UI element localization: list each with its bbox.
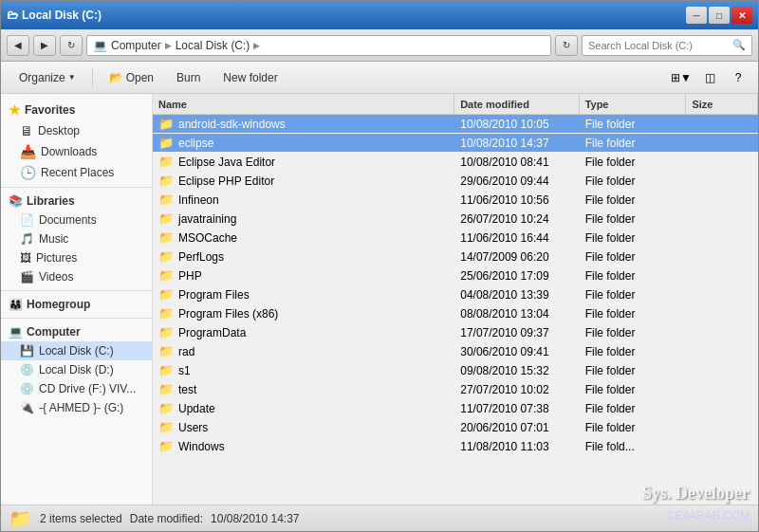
music-icon: 🎵: [20, 232, 34, 246]
search-go-button[interactable]: ↻: [555, 35, 578, 56]
sidebar-item-documents[interactable]: 📄 Documents: [1, 211, 152, 229]
computer-icon: 💻: [93, 39, 107, 52]
file-name: Eclipse PHP Editor: [178, 174, 274, 188]
table-row[interactable]: 📁 PerfLogs 14/07/2009 06:20 File folder: [153, 248, 758, 266]
file-size-cell: [687, 323, 758, 341]
table-row[interactable]: 📁 s1 09/08/2010 15:32 File folder: [153, 361, 758, 380]
file-name: Windows: [178, 440, 225, 453]
folder-icon: 📁: [158, 230, 174, 245]
file-date-cell: 25/06/2010 17:09: [454, 266, 580, 284]
search-input[interactable]: [588, 40, 732, 51]
table-row[interactable]: 📁 Infineon 11/06/2010 10:56 File folder: [153, 191, 758, 210]
file-name-cell: 📁 Infineon: [153, 191, 454, 209]
file-name-cell: 📁 android-sdk-windows: [153, 115, 454, 133]
file-date-cell: 20/06/2010 07:01: [454, 418, 580, 436]
table-row[interactable]: 📁 Update 11/07/2010 07:38 File folder: [153, 399, 758, 418]
table-row[interactable]: 📁 Program Files (x86) 08/08/2010 13:04 F…: [153, 304, 758, 323]
table-row[interactable]: 📁 Program Files 04/08/2010 13:39 File fo…: [153, 285, 758, 304]
sidebar-item-desktop[interactable]: 🖥 Desktop: [1, 120, 152, 141]
file-list: Name Date modified Type Size 📁: [153, 94, 758, 504]
sidebar-item-ahmed[interactable]: 🔌 -{ AHMED }- (G:): [1, 398, 152, 417]
file-size-cell: [687, 229, 758, 247]
table-row[interactable]: 📁 MSOCache 11/06/2010 16:44 File folder: [153, 229, 758, 248]
favorites-section: ★ Favorites 🖥 Desktop 📥 Downloads 🕒 Rece…: [1, 100, 152, 183]
file-name: eclipse: [178, 137, 213, 150]
close-button[interactable]: ✕: [731, 7, 752, 24]
libraries-icon: 📚: [9, 194, 23, 208]
table-row[interactable]: 📁 test 27/07/2010 10:02 File folder: [153, 380, 758, 399]
view-options-button[interactable]: ⊞▼: [669, 67, 694, 88]
column-type[interactable]: Type: [580, 94, 687, 114]
table-row[interactable]: 📁 rad 30/06/2010 09:41 File folder: [153, 342, 758, 361]
refresh-button[interactable]: ↻: [60, 35, 83, 56]
file-name-cell: 📁 Windows: [153, 437, 454, 455]
back-button[interactable]: ◀: [7, 35, 29, 56]
table-row[interactable]: 📁 PHP 25/06/2010 17:09 File folder: [153, 266, 758, 285]
organize-button[interactable]: Organize ▼: [9, 65, 86, 90]
file-size-cell: [687, 115, 758, 133]
path-end-arrow: ▶: [253, 41, 260, 50]
file-type-cell: File folder: [580, 153, 687, 171]
status-folder-icon: 📁: [9, 507, 32, 530]
table-row[interactable]: 📁 Eclipse Java Editor 10/08/2010 08:41 F…: [153, 153, 758, 172]
minimize-button[interactable]: ─: [686, 7, 707, 24]
favorites-icon: ★: [9, 102, 21, 118]
file-type-cell: File folder: [580, 323, 687, 341]
column-date[interactable]: Date modified: [454, 94, 580, 114]
file-size-cell: [687, 437, 758, 455]
file-date-cell: 10/08/2010 10:05: [454, 115, 580, 133]
favorites-header[interactable]: ★ Favorites: [1, 100, 152, 120]
table-row[interactable]: 📁 Windows 11/08/2010 11:03 File fold...: [153, 437, 758, 456]
maximize-button[interactable]: □: [709, 7, 730, 24]
file-type-cell: File fold...: [580, 437, 687, 455]
preview-pane-button[interactable]: ◫: [697, 67, 722, 88]
sidebar-item-recent-places[interactable]: 🕒 Recent Places: [1, 162, 152, 183]
column-name[interactable]: Name: [153, 94, 454, 114]
addressbar: ◀ ▶ ↻ 💻 Computer ▶ Local Disk (C:) ▶ ↻ 🔍: [1, 29, 758, 62]
cd-drive-icon: 💿: [20, 382, 34, 395]
sidebar-item-cd-drive[interactable]: 💿 CD Drive (F:) VIV...: [1, 379, 152, 398]
table-row[interactable]: 📁 android-sdk-windows 10/08/2010 10:05 F…: [153, 115, 758, 134]
computer-header[interactable]: 💻 Computer: [1, 322, 152, 341]
burn-button[interactable]: Burn: [166, 65, 211, 90]
window-controls: ─ □ ✕: [686, 7, 752, 24]
file-name-cell: 📁 Eclipse Java Editor: [153, 153, 454, 171]
file-type-cell: File folder: [580, 248, 687, 266]
file-name: Program Files (x86): [178, 307, 278, 321]
open-button[interactable]: 📂 Open: [99, 65, 164, 90]
file-type-cell: File folder: [580, 229, 687, 247]
file-name: s1: [178, 364, 191, 377]
file-type-cell: File folder: [580, 285, 687, 303]
sidebar-item-local-disk-c[interactable]: 💾 Local Disk (C:): [1, 341, 152, 360]
file-type-cell: File folder: [580, 418, 687, 436]
search-box[interactable]: 🔍: [582, 35, 752, 56]
table-row[interactable]: 📁 ProgramData 17/07/2010 09:37 File fold…: [153, 323, 758, 342]
file-type-cell: File folder: [580, 191, 687, 209]
table-row[interactable]: 📁 Users 20/06/2010 07:01 File folder: [153, 418, 758, 437]
file-date-cell: 26/07/2010 10:24: [454, 210, 580, 228]
sidebar-item-local-disk-d[interactable]: 💿 Local Disk (D:): [1, 360, 152, 379]
file-date-cell: 04/08/2010 13:39: [454, 285, 580, 303]
status-date-label: Date modified:: [130, 512, 203, 525]
file-size-cell: [687, 134, 758, 152]
file-date-cell: 10/08/2010 14:37: [454, 134, 580, 152]
titlebar: 🗁 Local Disk (C:) ─ □ ✕: [1, 1, 758, 29]
sidebar-item-pictures[interactable]: 🖼 Pictures: [1, 248, 152, 267]
libraries-header[interactable]: 📚 Libraries: [1, 192, 152, 211]
folder-icon: 📁: [158, 268, 174, 283]
sidebar-item-videos[interactable]: 🎬 Videos: [1, 267, 152, 286]
file-date-cell: 17/07/2010 09:37: [454, 323, 580, 341]
forward-button[interactable]: ▶: [33, 35, 56, 56]
column-size[interactable]: Size: [686, 94, 758, 114]
folder-icon: 📁: [158, 325, 174, 339]
sidebar-item-downloads[interactable]: 📥 Downloads: [1, 141, 152, 162]
sidebar-item-music[interactable]: 🎵 Music: [1, 229, 152, 248]
table-row[interactable]: 📁 javatraining 26/07/2010 10:24 File fol…: [153, 210, 758, 229]
table-row[interactable]: 📁 eclipse 10/08/2010 14:37 File folder: [153, 134, 758, 153]
help-button[interactable]: ?: [726, 67, 750, 88]
new-folder-button[interactable]: New folder: [213, 65, 287, 90]
homegroup-header[interactable]: 👨‍👩‍👧 Homegroup: [1, 295, 152, 314]
file-date-cell: 11/07/2010 07:38: [454, 399, 580, 417]
table-row[interactable]: 📁 Eclipse PHP Editor 29/06/2010 09:44 Fi…: [153, 172, 758, 191]
address-path[interactable]: 💻 Computer ▶ Local Disk (C:) ▶: [86, 35, 551, 56]
